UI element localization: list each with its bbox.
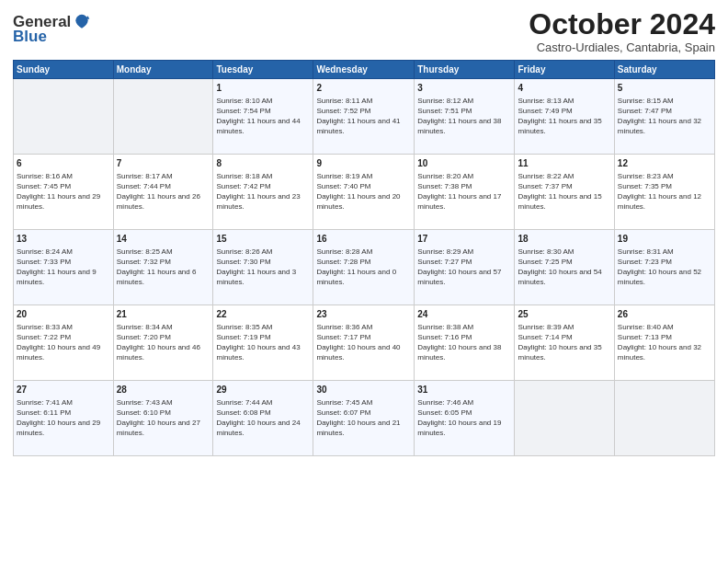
day-number: 9 bbox=[316, 157, 411, 170]
day-number: 20 bbox=[17, 308, 110, 321]
day-info: Sunrise: 8:26 AM Sunset: 7:30 PM Dayligh… bbox=[216, 247, 310, 288]
day-number: 1 bbox=[216, 82, 310, 95]
day-number: 21 bbox=[117, 308, 210, 321]
day-number: 8 bbox=[216, 157, 310, 170]
weekday-tuesday: Tuesday bbox=[213, 61, 313, 79]
calendar-week-1: 1Sunrise: 8:10 AM Sunset: 7:54 PM Daylig… bbox=[14, 79, 715, 155]
day-info: Sunrise: 8:18 AM Sunset: 7:42 PM Dayligh… bbox=[216, 171, 310, 213]
day-info: Sunrise: 8:12 AM Sunset: 7:51 PM Dayligh… bbox=[417, 96, 511, 137]
logo: General Blue bbox=[13, 13, 91, 46]
day-info: Sunrise: 8:25 AM Sunset: 7:32 PM Dayligh… bbox=[117, 247, 210, 288]
calendar-cell: 11Sunrise: 8:22 AM Sunset: 7:37 PM Dayli… bbox=[515, 155, 614, 230]
calendar-body: 1Sunrise: 8:10 AM Sunset: 7:54 PM Daylig… bbox=[14, 79, 715, 456]
day-number: 24 bbox=[417, 308, 511, 321]
day-number: 27 bbox=[17, 384, 110, 396]
calendar-cell: 4Sunrise: 8:13 AM Sunset: 7:49 PM Daylig… bbox=[515, 79, 614, 155]
calendar-cell: 7Sunrise: 8:17 AM Sunset: 7:44 PM Daylig… bbox=[113, 155, 213, 230]
day-info: Sunrise: 8:38 AM Sunset: 7:16 PM Dayligh… bbox=[417, 322, 511, 363]
calendar-cell: 24Sunrise: 8:38 AM Sunset: 7:16 PM Dayli… bbox=[415, 305, 515, 381]
day-number: 6 bbox=[17, 157, 110, 170]
weekday-friday: Friday bbox=[515, 61, 614, 79]
location: Castro-Urdiales, Cantabria, Spain bbox=[529, 40, 715, 54]
day-info: Sunrise: 8:23 AM Sunset: 7:35 PM Dayligh… bbox=[618, 171, 711, 213]
weekday-monday: Monday bbox=[113, 61, 213, 79]
calendar-cell: 9Sunrise: 8:19 AM Sunset: 7:40 PM Daylig… bbox=[313, 155, 415, 230]
day-number: 13 bbox=[17, 233, 110, 246]
day-info: Sunrise: 8:30 AM Sunset: 7:25 PM Dayligh… bbox=[518, 247, 610, 288]
day-info: Sunrise: 8:31 AM Sunset: 7:23 PM Dayligh… bbox=[618, 247, 711, 288]
calendar-cell: 14Sunrise: 8:25 AM Sunset: 7:32 PM Dayli… bbox=[113, 230, 213, 305]
calendar-week-3: 13Sunrise: 8:24 AM Sunset: 7:33 PM Dayli… bbox=[14, 230, 715, 305]
calendar-cell: 29Sunrise: 7:44 AM Sunset: 6:08 PM Dayli… bbox=[213, 381, 313, 456]
weekday-sunday: Sunday bbox=[14, 61, 114, 79]
header: General Blue October 2024 Castro-Urdiale… bbox=[13, 9, 715, 54]
day-info: Sunrise: 8:22 AM Sunset: 7:37 PM Dayligh… bbox=[518, 171, 610, 213]
day-number: 12 bbox=[618, 157, 711, 170]
day-info: Sunrise: 8:16 AM Sunset: 7:45 PM Dayligh… bbox=[17, 171, 110, 213]
calendar-cell bbox=[614, 381, 714, 456]
calendar-cell bbox=[14, 79, 114, 155]
calendar-cell bbox=[515, 381, 614, 456]
day-info: Sunrise: 8:28 AM Sunset: 7:28 PM Dayligh… bbox=[316, 247, 411, 288]
calendar-week-2: 6Sunrise: 8:16 AM Sunset: 7:45 PM Daylig… bbox=[14, 155, 715, 230]
day-number: 25 bbox=[518, 308, 610, 321]
day-info: Sunrise: 8:15 AM Sunset: 7:47 PM Dayligh… bbox=[618, 96, 711, 137]
day-number: 19 bbox=[618, 233, 711, 246]
month-title: October 2024 bbox=[529, 9, 715, 39]
calendar-cell: 3Sunrise: 8:12 AM Sunset: 7:51 PM Daylig… bbox=[415, 79, 515, 155]
day-number: 10 bbox=[417, 157, 511, 170]
day-number: 23 bbox=[316, 308, 411, 321]
calendar-cell: 15Sunrise: 8:26 AM Sunset: 7:30 PM Dayli… bbox=[213, 230, 313, 305]
day-number: 15 bbox=[216, 233, 310, 246]
day-number: 16 bbox=[316, 233, 411, 246]
day-number: 26 bbox=[618, 308, 711, 321]
calendar-cell: 18Sunrise: 8:30 AM Sunset: 7:25 PM Dayli… bbox=[515, 230, 614, 305]
day-info: Sunrise: 7:46 AM Sunset: 6:05 PM Dayligh… bbox=[417, 397, 511, 439]
calendar-header: Sunday Monday Tuesday Wednesday Thursday… bbox=[14, 61, 715, 79]
title-section: October 2024 Castro-Urdiales, Cantabria,… bbox=[529, 9, 715, 54]
day-info: Sunrise: 7:41 AM Sunset: 6:11 PM Dayligh… bbox=[17, 397, 110, 439]
calendar-container: General Blue October 2024 Castro-Urdiale… bbox=[0, 0, 728, 563]
day-number: 2 bbox=[316, 82, 411, 95]
calendar-cell: 25Sunrise: 8:39 AM Sunset: 7:14 PM Dayli… bbox=[515, 305, 614, 381]
calendar-cell: 28Sunrise: 7:43 AM Sunset: 6:10 PM Dayli… bbox=[113, 381, 213, 456]
weekday-thursday: Thursday bbox=[415, 61, 515, 79]
calendar-cell: 27Sunrise: 7:41 AM Sunset: 6:11 PM Dayli… bbox=[14, 381, 114, 456]
calendar-cell: 20Sunrise: 8:33 AM Sunset: 7:22 PM Dayli… bbox=[14, 305, 114, 381]
day-info: Sunrise: 8:39 AM Sunset: 7:14 PM Dayligh… bbox=[518, 322, 610, 363]
calendar-cell: 16Sunrise: 8:28 AM Sunset: 7:28 PM Dayli… bbox=[313, 230, 415, 305]
day-number: 11 bbox=[518, 157, 610, 170]
day-info: Sunrise: 8:10 AM Sunset: 7:54 PM Dayligh… bbox=[216, 96, 310, 137]
day-info: Sunrise: 8:33 AM Sunset: 7:22 PM Dayligh… bbox=[17, 322, 110, 363]
calendar-cell: 1Sunrise: 8:10 AM Sunset: 7:54 PM Daylig… bbox=[213, 79, 313, 155]
calendar-cell: 10Sunrise: 8:20 AM Sunset: 7:38 PM Dayli… bbox=[415, 155, 515, 230]
calendar-cell: 23Sunrise: 8:36 AM Sunset: 7:17 PM Dayli… bbox=[313, 305, 415, 381]
day-number: 14 bbox=[117, 233, 210, 246]
day-number: 5 bbox=[618, 82, 711, 95]
day-info: Sunrise: 8:17 AM Sunset: 7:44 PM Dayligh… bbox=[117, 171, 210, 213]
day-info: Sunrise: 8:29 AM Sunset: 7:27 PM Dayligh… bbox=[417, 247, 511, 288]
day-number: 3 bbox=[417, 82, 511, 95]
day-info: Sunrise: 8:11 AM Sunset: 7:52 PM Dayligh… bbox=[316, 96, 411, 137]
calendar-cell bbox=[113, 79, 213, 155]
calendar-cell: 26Sunrise: 8:40 AM Sunset: 7:13 PM Dayli… bbox=[614, 305, 714, 381]
day-number: 30 bbox=[316, 384, 411, 396]
day-number: 17 bbox=[417, 233, 511, 246]
calendar-cell: 30Sunrise: 7:45 AM Sunset: 6:07 PM Dayli… bbox=[313, 381, 415, 456]
day-number: 28 bbox=[117, 384, 210, 396]
calendar-cell: 17Sunrise: 8:29 AM Sunset: 7:27 PM Dayli… bbox=[415, 230, 515, 305]
day-number: 29 bbox=[216, 384, 310, 396]
day-number: 7 bbox=[117, 157, 210, 170]
day-info: Sunrise: 7:44 AM Sunset: 6:08 PM Dayligh… bbox=[216, 397, 310, 439]
calendar-cell: 6Sunrise: 8:16 AM Sunset: 7:45 PM Daylig… bbox=[14, 155, 114, 230]
day-number: 4 bbox=[518, 82, 610, 95]
calendar-cell: 19Sunrise: 8:31 AM Sunset: 7:23 PM Dayli… bbox=[614, 230, 714, 305]
calendar-week-5: 27Sunrise: 7:41 AM Sunset: 6:11 PM Dayli… bbox=[14, 381, 715, 456]
calendar-cell: 5Sunrise: 8:15 AM Sunset: 7:47 PM Daylig… bbox=[614, 79, 714, 155]
day-number: 18 bbox=[518, 233, 610, 246]
calendar-cell: 2Sunrise: 8:11 AM Sunset: 7:52 PM Daylig… bbox=[313, 79, 415, 155]
day-number: 22 bbox=[216, 308, 310, 321]
calendar-table: Sunday Monday Tuesday Wednesday Thursday… bbox=[13, 60, 715, 456]
weekday-saturday: Saturday bbox=[614, 61, 714, 79]
day-info: Sunrise: 8:20 AM Sunset: 7:38 PM Dayligh… bbox=[417, 171, 511, 213]
